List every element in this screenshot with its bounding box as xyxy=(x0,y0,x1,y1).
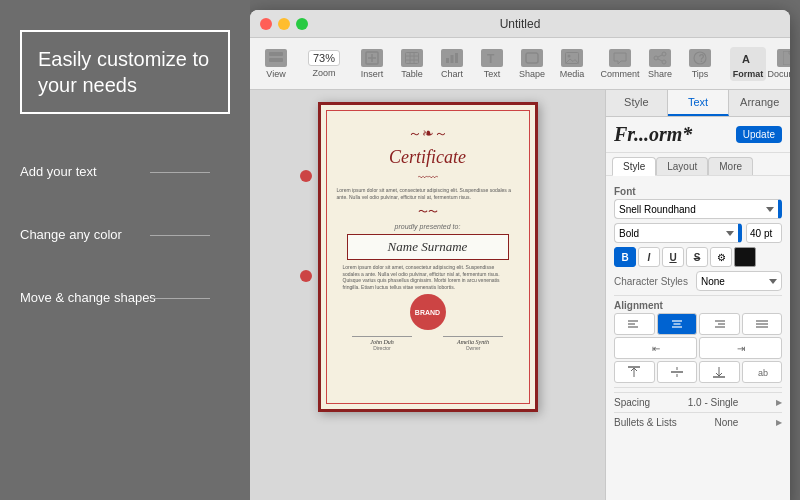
comment-label: Comment xyxy=(601,69,640,79)
content-area: ～❧～ Certificate 〰〰 Lorem ipsum dolor sit… xyxy=(250,90,790,500)
font-section-label: Font xyxy=(614,186,782,197)
tab-arrange[interactable]: Arrange xyxy=(729,90,790,116)
divider-2 xyxy=(614,387,782,388)
feature-label-move-shapes: Move & change shapes xyxy=(20,290,156,305)
toolbar-media[interactable]: Media xyxy=(554,47,590,81)
chart-label: Chart xyxy=(441,69,463,79)
tab-style[interactable]: Style xyxy=(606,90,668,116)
spacing-value: 1.0 - Single xyxy=(688,397,739,408)
toolbar-comment[interactable]: Comment xyxy=(602,47,638,81)
toolbar-chart[interactable]: Chart xyxy=(434,47,470,81)
spacing-label: Spacing xyxy=(614,397,650,408)
align-justify-btn[interactable] xyxy=(742,313,783,335)
properties-panel: Font Snell Roundhand Bold B I U S xyxy=(606,176,790,500)
toolbar-text[interactable]: T Text xyxy=(474,47,510,81)
certificate-document: ～❧～ Certificate 〰〰 Lorem ipsum dolor sit… xyxy=(318,102,538,412)
shape-icon xyxy=(521,49,543,67)
chart-icon xyxy=(441,49,463,67)
align-left-btn[interactable] xyxy=(614,313,655,335)
valign-middle-btn[interactable] xyxy=(657,361,698,383)
toolbar-share[interactable]: Share xyxy=(642,47,678,81)
feature-label-change-color: Change any color xyxy=(20,227,122,242)
toolbar-table[interactable]: Table xyxy=(394,47,430,81)
cert-sig-role-1: Director xyxy=(352,345,412,351)
feature-move-shapes: Move & change shapes xyxy=(20,290,230,305)
table-label: Table xyxy=(401,69,423,79)
strikethrough-button[interactable]: S xyxy=(686,247,708,267)
cert-content: ～❧～ Certificate 〰〰 Lorem ipsum dolor sit… xyxy=(329,113,527,361)
toolbar: View 73% Zoom Insert Table Chart xyxy=(250,38,790,90)
panel-tabs: Style Text Arrange xyxy=(606,90,790,117)
char-styles-row: Character Styles None xyxy=(614,271,782,291)
toolbar-tips[interactable]: ? Tips xyxy=(682,47,718,81)
svg-rect-14 xyxy=(526,53,538,63)
style-buttons-row: B I U S ⚙ xyxy=(614,247,782,267)
char-styles-select[interactable]: None xyxy=(696,271,782,291)
main-window: Untitled View 73% Zoom Insert Table xyxy=(250,10,790,500)
bullets-label: Bullets & Lists xyxy=(614,417,677,428)
tab-text[interactable]: Text xyxy=(668,90,730,116)
view-label: View xyxy=(266,69,285,79)
update-button[interactable]: Update xyxy=(736,126,782,143)
svg-rect-12 xyxy=(455,53,458,63)
minimize-button[interactable] xyxy=(278,18,290,30)
spacing-chevron: ▶ xyxy=(776,398,782,407)
toolbar-insert[interactable]: Insert xyxy=(354,47,390,81)
underline-button[interactable]: U xyxy=(662,247,684,267)
maximize-button[interactable] xyxy=(296,18,308,30)
feature-change-color: Change any color xyxy=(20,227,230,242)
bullets-row[interactable]: Bullets & Lists None ▶ xyxy=(614,412,782,432)
cert-ornament-wave: 〜〜 xyxy=(337,205,519,219)
share-icon xyxy=(649,49,671,67)
feature-add-text: Add your text xyxy=(20,164,230,179)
toolbar-shape[interactable]: Shape xyxy=(514,47,550,81)
svg-text:A: A xyxy=(742,53,750,65)
align-center-btn[interactable] xyxy=(657,313,698,335)
baseline-btn[interactable]: ab xyxy=(742,361,783,383)
italic-button[interactable]: I xyxy=(638,247,660,267)
indent-decrease-btn[interactable]: ⇤ xyxy=(614,337,697,359)
font-family-select[interactable]: Snell Roundhand xyxy=(614,199,782,219)
traffic-lights xyxy=(260,18,308,30)
font-weight-select[interactable]: Bold xyxy=(614,223,742,243)
indent-increase-btn[interactable]: ⇥ xyxy=(699,337,782,359)
text-icon: T xyxy=(481,49,503,67)
cert-sig-role-2: Owner xyxy=(443,345,503,351)
valign-top-btn[interactable] xyxy=(614,361,655,383)
text-label: Text xyxy=(484,69,501,79)
valign-bottom-btn[interactable] xyxy=(699,361,740,383)
bold-button[interactable]: B xyxy=(614,247,636,267)
canvas-area[interactable]: ～❧～ Certificate 〰〰 Lorem ipsum dolor sit… xyxy=(250,90,605,500)
font-size-input[interactable] xyxy=(746,223,782,243)
document-icon xyxy=(777,49,790,67)
sub-tab-more[interactable]: More xyxy=(708,157,753,175)
sig-line-2 xyxy=(443,336,503,337)
svg-point-16 xyxy=(568,54,571,57)
sub-tab-layout[interactable]: Layout xyxy=(656,157,708,175)
media-icon xyxy=(561,49,583,67)
media-label: Media xyxy=(560,69,585,79)
cert-long-text: Lorem ipsum dolor sit amet, consectetur … xyxy=(343,264,513,290)
spacing-row[interactable]: Spacing 1.0 - Single ▶ xyxy=(614,392,782,412)
table-icon xyxy=(401,49,423,67)
font-weight-row: Bold xyxy=(614,223,782,243)
cert-brand-logo: BRAND xyxy=(410,294,446,330)
shape-label: Shape xyxy=(519,69,545,79)
toolbar-format[interactable]: A Format xyxy=(730,47,766,81)
svg-line-21 xyxy=(658,59,662,61)
close-button[interactable] xyxy=(260,18,272,30)
svg-rect-5 xyxy=(406,52,419,63)
zoom-label: Zoom xyxy=(312,68,335,78)
sig-line-1 xyxy=(352,336,412,337)
document-label: Document xyxy=(767,69,790,79)
toolbar-document[interactable]: Document xyxy=(770,47,790,81)
sub-tab-style[interactable]: Style xyxy=(612,157,656,176)
toolbar-view[interactable]: View xyxy=(258,47,294,81)
text-color-swatch[interactable] xyxy=(734,247,756,267)
toolbar-zoom[interactable]: 73% Zoom xyxy=(306,48,342,80)
align-right-btn[interactable] xyxy=(699,313,740,335)
zoom-value[interactable]: 73% xyxy=(308,50,340,66)
format-preview-text: Fr...orm* xyxy=(614,123,692,146)
char-styles-label: Character Styles xyxy=(614,276,688,287)
text-style-gear[interactable]: ⚙ xyxy=(710,247,732,267)
